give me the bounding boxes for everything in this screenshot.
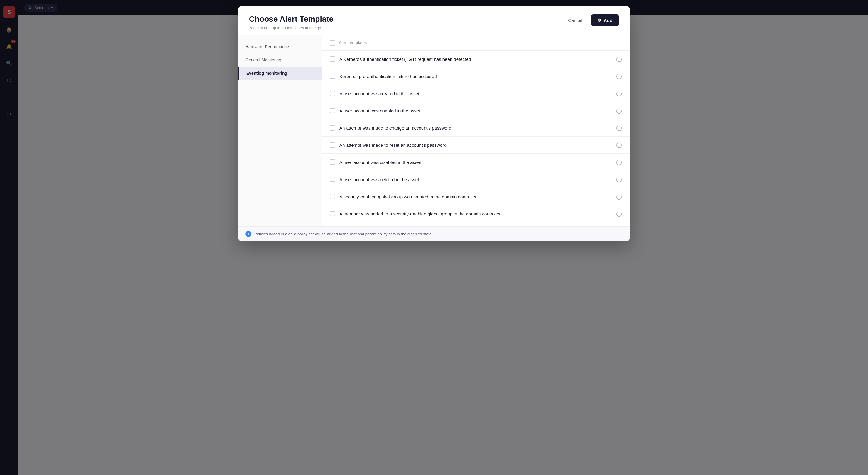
modal-body: Hardware Performance ... General Monitor… xyxy=(238,35,630,226)
template-info-icon-7[interactable] xyxy=(615,159,623,166)
template-text-3: A user account was created in the asset xyxy=(339,91,611,96)
template-text-4: A user account was enabled in the asset xyxy=(339,108,611,113)
template-text-10: A member was added to a security-enabled… xyxy=(339,211,611,216)
template-item: Kerberos pre-authentication failure has … xyxy=(322,68,630,85)
template-list-header-label: Alert templates xyxy=(339,40,367,45)
template-text-6: An attempt was made to reset an account'… xyxy=(339,142,611,148)
template-text-2: Kerberos pre-authentication failure has … xyxy=(339,74,611,79)
left-panel-item-general[interactable]: General Monitoring xyxy=(238,53,322,67)
template-info-icon-4[interactable] xyxy=(615,107,623,114)
template-info-icon-10[interactable] xyxy=(615,210,623,217)
modal-actions: Cancel ⊕ Add xyxy=(563,14,619,26)
template-item: A member was added to a security-enabled… xyxy=(322,205,630,222)
template-list-header: Alert templates xyxy=(322,35,630,51)
cancel-button[interactable]: Cancel xyxy=(563,15,587,25)
template-text-9: A security-enabled global group was crea… xyxy=(339,194,611,199)
template-info-icon-9[interactable] xyxy=(615,193,623,200)
template-checkbox-2[interactable] xyxy=(330,73,335,79)
left-panel: Hardware Performance ... General Monitor… xyxy=(238,35,322,226)
footer-message: Policies added in a child policy set wil… xyxy=(254,232,433,236)
template-checkbox-3[interactable] xyxy=(330,91,335,96)
template-item: A security-enabled global group was crea… xyxy=(322,188,630,205)
modal-overlay: Choose Alert Template You can add up to … xyxy=(0,0,868,475)
template-text-5: An attempt was made to change an account… xyxy=(339,125,611,130)
template-checkbox-1[interactable] xyxy=(330,56,335,62)
template-item: A security-disabled/ local distribution … xyxy=(322,222,630,226)
template-item: A user account was disabled in the asset xyxy=(322,154,630,171)
template-item: A user account was deleted in the asset xyxy=(322,171,630,188)
template-text-1: A Kerberos authentication ticket (TGT) r… xyxy=(339,57,611,62)
template-checkbox-8[interactable] xyxy=(330,177,335,182)
template-checkbox-5[interactable] xyxy=(330,125,335,130)
template-info-icon-5[interactable] xyxy=(615,124,623,131)
template-text-8: A user account was deleted in the asset xyxy=(339,177,611,182)
select-all-checkbox[interactable] xyxy=(330,40,335,45)
add-label: Add xyxy=(604,18,613,23)
template-text-7: A user account was disabled in the asset xyxy=(339,160,611,165)
alert-template-modal: Choose Alert Template You can add up to … xyxy=(238,6,630,241)
template-info-icon-3[interactable] xyxy=(615,90,623,97)
template-item: A Kerberos authentication ticket (TGT) r… xyxy=(322,51,630,68)
template-checkbox-4[interactable] xyxy=(330,108,335,113)
template-info-icon-8[interactable] xyxy=(615,176,623,183)
template-checkbox-10[interactable] xyxy=(330,211,335,216)
modal-title-block: Choose Alert Template You can add up to … xyxy=(249,14,333,30)
left-panel-item-eventlog[interactable]: Eventlog monitoring xyxy=(238,67,322,80)
template-checkbox-9[interactable] xyxy=(330,194,335,199)
add-button[interactable]: ⊕ Add xyxy=(591,14,619,26)
template-item: An attempt was made to change an account… xyxy=(322,119,630,136)
template-info-icon-6[interactable] xyxy=(615,141,623,149)
template-list: A Kerberos authentication ticket (TGT) r… xyxy=(322,51,630,226)
left-panel-item-hardware[interactable]: Hardware Performance ... xyxy=(238,40,322,53)
modal-footer: i Policies added in a child policy set w… xyxy=(238,226,630,241)
template-item: A user account was created in the asset xyxy=(322,85,630,102)
template-info-icon-2[interactable] xyxy=(615,73,623,80)
modal-title: Choose Alert Template xyxy=(249,14,333,24)
template-info-icon-1[interactable] xyxy=(615,56,623,63)
modal-subtitle: You can add up to 20 templates in one go… xyxy=(249,26,333,30)
template-checkbox-6[interactable] xyxy=(330,142,335,148)
template-item: A user account was enabled in the asset xyxy=(322,102,630,119)
right-panel: Alert templates A Kerberos authenticatio… xyxy=(322,35,630,226)
add-icon: ⊕ xyxy=(597,18,601,23)
template-item: An attempt was made to reset an account'… xyxy=(322,136,630,154)
modal-header: Choose Alert Template You can add up to … xyxy=(238,6,630,35)
info-icon: i xyxy=(245,231,251,237)
template-checkbox-7[interactable] xyxy=(330,159,335,165)
